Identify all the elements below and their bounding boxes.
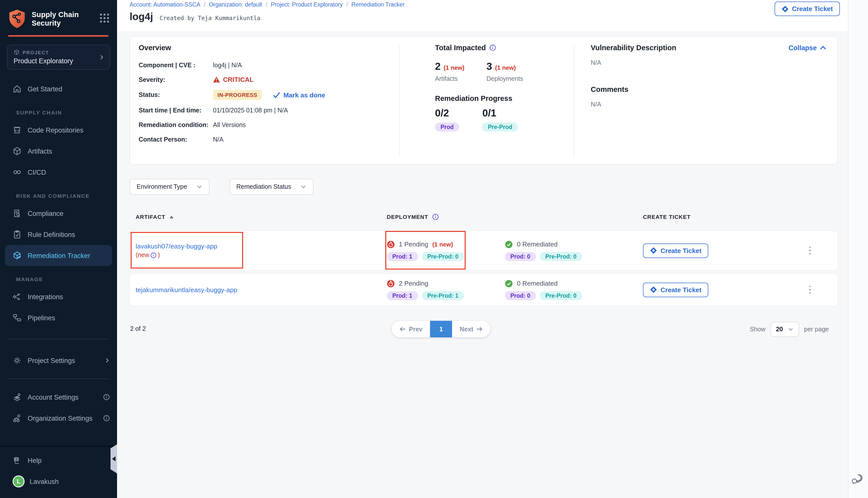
remediation-status-filter[interactable]: Remediation Status	[229, 179, 313, 195]
sidebar-item-label: Compliance	[28, 210, 64, 217]
pending-icon	[387, 240, 395, 248]
artifact-cell: tejakummarikuntla/easy-buggy-app	[135, 285, 387, 294]
info-icon[interactable]	[432, 213, 439, 220]
sidebar-item-compliance[interactable]: Compliance	[0, 203, 117, 224]
collapse-link[interactable]: Collapse	[788, 44, 826, 51]
project-eyebrow-label: PROJECT	[23, 50, 49, 55]
check-icon	[273, 92, 280, 98]
sidebar-item-rule-definitions[interactable]: Rule Definitions	[0, 224, 117, 245]
total-impacted-column: Total Impacted 2 (1 new) Artifacts	[400, 44, 574, 164]
page-size-control: Show 20 per page	[750, 322, 829, 337]
project-selector[interactable]: PROJECT Product Exploratory	[7, 45, 110, 70]
info-icon[interactable]	[150, 252, 157, 258]
create-ticket-button[interactable]: Create Ticket	[643, 243, 709, 258]
infinity-icon	[13, 168, 22, 177]
remediated-block: 0 Remediated Prod: 0 Pre-Prod: 0	[505, 279, 623, 300]
table-row: lavakush07/easy-buggy-app (new )	[130, 231, 838, 270]
artifact-column-header[interactable]: ARTIFACT	[135, 214, 387, 220]
jira-diamond-icon	[650, 286, 657, 293]
sort-ascending-icon	[169, 215, 174, 219]
nav-divider	[7, 339, 110, 339]
jira-diamond-icon	[781, 5, 788, 12]
help-chat-icon: ?	[13, 456, 22, 465]
info-icon[interactable]	[490, 44, 496, 51]
row-menu-kebab-icon[interactable]	[806, 283, 814, 297]
filters-bar: Environment Type Remediation Status	[130, 179, 848, 195]
pending-count: 2 Pending	[399, 280, 428, 287]
breadcrumb: Account: Automation-SSCA / Organization:…	[130, 1, 848, 8]
support-chat-icon[interactable]	[851, 473, 863, 485]
remediated-check-icon	[505, 240, 513, 248]
sidebar-user-menu[interactable]: L Lavakush	[0, 471, 117, 492]
avatar: L	[13, 475, 25, 487]
prod-progress-stat: 0/2 Prod	[435, 107, 459, 132]
info-icon[interactable]	[103, 394, 110, 401]
result-count: 2 of 2	[130, 325, 146, 332]
sidebar-section-manage: MANAGE	[0, 272, 117, 286]
integrations-icon	[13, 292, 22, 301]
sidebar-item-label: Organization Settings	[28, 415, 92, 422]
create-ticket-button[interactable]: Create Ticket	[774, 1, 840, 16]
create-ticket-cell: Create Ticket	[643, 283, 838, 297]
sidebar-item-help[interactable]: ? Help	[0, 450, 117, 471]
overview-heading: Overview	[139, 44, 399, 52]
sidebar-item-label: Help	[28, 457, 42, 464]
chevron-right-icon	[104, 357, 110, 364]
overview-card: Overview Component | CVE : log4j | N/A S…	[130, 36, 838, 165]
sidebar-item-label: Project Settings	[28, 357, 75, 364]
sidebar-item-code-repositories[interactable]: Code Repositories	[0, 119, 117, 141]
sidebar-item-project-settings[interactable]: Project Settings	[0, 350, 117, 371]
pagination-bar: 2 of 2 Prev 1 Next Show	[130, 321, 838, 338]
breadcrumb-project[interactable]: Project: Product Exploratory	[271, 1, 342, 8]
project-name: Product Exploratory	[14, 57, 99, 65]
prod-badge: Prod: 1	[387, 252, 418, 261]
current-page-button[interactable]: 1	[430, 321, 452, 337]
app-grid-icon[interactable]	[99, 13, 110, 24]
sidebar-item-cicd[interactable]: CI/CD	[0, 162, 117, 183]
artifact-link[interactable]: lavakush07/easy-buggy-app (new )	[135, 242, 217, 259]
sidebar-item-organization-settings[interactable]: Organization Settings	[0, 408, 117, 429]
sidebar-section-risk-compliance: RISK AND COMPLIANCE	[0, 189, 117, 203]
preprod-progress-stat: 0/1 Pre-Prod	[482, 107, 518, 132]
prev-page-button[interactable]: Prev	[392, 321, 430, 337]
sidebar-item-artifacts[interactable]: Artifacts	[0, 141, 117, 162]
sidebar-item-label: Artifacts	[28, 147, 52, 155]
sidebar-item-get-started[interactable]: Get Started	[0, 78, 117, 100]
sidebar-item-label: Code Repositories	[28, 126, 83, 134]
artifact-cube-icon	[13, 147, 22, 156]
artifact-link[interactable]: tejakummarikuntla/easy-buggy-app	[135, 285, 237, 294]
preprod-badge: Pre-Prod: 0	[540, 252, 582, 261]
show-label: Show	[750, 326, 765, 333]
sidebar-item-label: Account Settings	[28, 393, 79, 401]
sidebar-item-pipelines[interactable]: Pipelines	[0, 307, 117, 328]
info-icon[interactable]	[103, 415, 110, 422]
mark-as-done-link[interactable]: Mark as done	[273, 91, 325, 99]
page-size-select[interactable]: 20	[770, 322, 799, 337]
row-menu-kebab-icon[interactable]	[806, 244, 814, 258]
remediated-count: 0 Remediated	[517, 280, 558, 287]
table-row: tejakummarikuntla/easy-buggy-app	[130, 274, 838, 306]
breadcrumb-remediation-tracker[interactable]: Remediation Tracker	[351, 1, 405, 8]
sidebar-item-integrations[interactable]: Integrations	[0, 286, 117, 307]
sidebar-item-remediation-tracker[interactable]: Remediation Tracker	[5, 245, 112, 266]
home-icon	[13, 84, 22, 93]
overview-row-time: Start time | End time: 01/10/2025 01:08 …	[139, 106, 399, 115]
breadcrumb-organization[interactable]: Organization: default	[209, 1, 262, 8]
overview-row-severity: Severity: CRITICAL	[139, 75, 399, 84]
preprod-badge: Pre-Prod: 0	[422, 252, 464, 261]
preprod-badge: Pre-Prod	[482, 122, 518, 132]
environment-type-filter[interactable]: Environment Type	[130, 179, 209, 195]
breadcrumb-account[interactable]: Account: Automation-SSCA	[130, 1, 200, 8]
app-window: Supply Chain Security PROJECT Product Ex…	[0, 0, 868, 498]
sidebar-collapse-handle[interactable]	[111, 444, 117, 473]
create-ticket-cell: Create Ticket	[643, 243, 838, 258]
total-impacted-heading: Total Impacted	[435, 44, 486, 52]
pending-block: 1 Pending (1 new) Prod: 1 Pre-Prod: 0	[387, 240, 505, 261]
comments-value: N/A	[591, 101, 826, 108]
create-ticket-button[interactable]: Create Ticket	[643, 283, 709, 297]
chevron-down-icon	[300, 184, 306, 190]
overview-row-contact: Contact Person: N/A	[139, 135, 399, 144]
prod-badge: Prod: 1	[387, 291, 418, 300]
next-page-button[interactable]: Next	[452, 321, 490, 337]
sidebar-item-account-settings[interactable]: Account Settings	[0, 386, 117, 408]
